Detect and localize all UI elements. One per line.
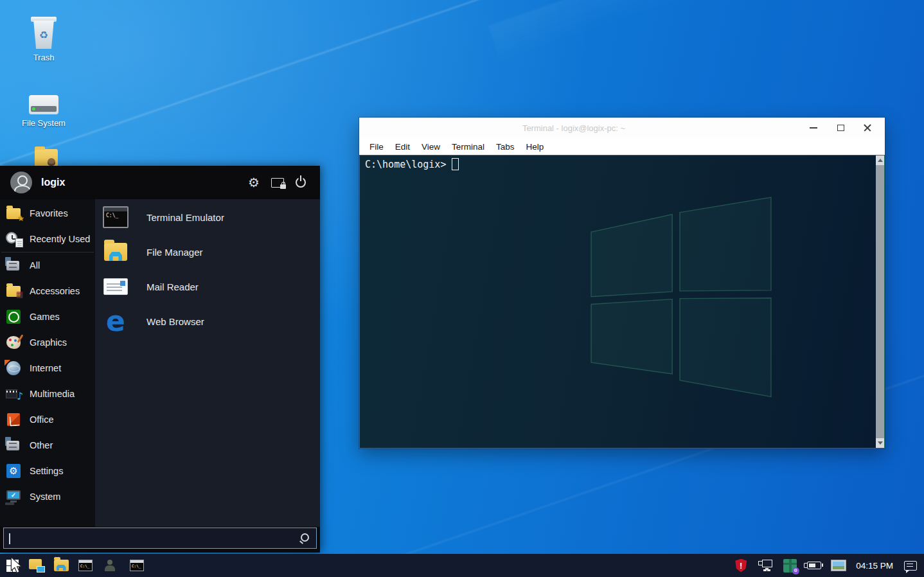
- power-manager-tray[interactable]: [804, 554, 824, 577]
- start-menu-header: logix ⚙: [0, 166, 320, 199]
- terminal-titlebar[interactable]: Terminal - logix@logix-pc: ~: [359, 118, 885, 138]
- wallpaper-icon: [831, 560, 846, 571]
- taskbar: ! ⚙ 04:15 PM: [0, 554, 924, 577]
- category-multimedia[interactable]: ♪ Multimedia: [0, 381, 95, 407]
- menu-item-file[interactable]: File: [364, 141, 389, 153]
- desktop-icon-label: File System: [17, 118, 71, 128]
- notifications-icon: [904, 561, 917, 571]
- files-icon: [29, 559, 44, 572]
- category-recently-used[interactable]: Recently Used: [0, 226, 95, 252]
- app-mail-reader[interactable]: Mail Reader: [95, 269, 320, 304]
- office-icon: [5, 411, 23, 428]
- network-icon: [758, 560, 772, 571]
- terminal-cursor: [452, 158, 459, 170]
- files-launcher[interactable]: [24, 554, 49, 577]
- terminal-window: Terminal - logix@logix-pc: ~ File Edit V…: [359, 118, 885, 448]
- lock-screen-icon[interactable]: [271, 178, 284, 188]
- home-folder-icon: [35, 149, 58, 167]
- category-office[interactable]: Office: [0, 407, 95, 432]
- recently-used-icon: [5, 231, 23, 247]
- accessories-icon: ▦: [5, 283, 23, 299]
- close-button[interactable]: [854, 118, 881, 138]
- user-icon: [103, 559, 116, 572]
- battery-icon: [807, 562, 821, 569]
- terminal-icon: [103, 204, 129, 230]
- category-other[interactable]: Other: [0, 432, 95, 458]
- category-list: ★ Favorites Recently Used All ▦ Accessor…: [0, 199, 95, 527]
- text-caret: [9, 533, 10, 544]
- category-all[interactable]: All: [0, 253, 95, 278]
- terminal-launcher[interactable]: [73, 554, 98, 577]
- software-updater-icon: ⚙: [783, 559, 797, 573]
- desktop: ♻ Trash File System Terminal - logix@log…: [0, 0, 924, 577]
- favorites-icon: ★: [5, 205, 23, 222]
- file-manager-icon: [103, 239, 129, 265]
- search-input[interactable]: [4, 528, 316, 548]
- graphics-icon: [5, 334, 23, 351]
- desktop-icon-file-system[interactable]: File System: [17, 89, 71, 128]
- settings-category-icon: ⚙: [5, 463, 23, 479]
- taskbar-clock[interactable]: 04:15 PM: [853, 561, 896, 571]
- terminal-content[interactable]: C:\home\logix>: [359, 155, 885, 448]
- terminal-prompt-line: C:\home\logix>: [365, 158, 459, 170]
- app-file-manager[interactable]: File Manager: [95, 235, 320, 269]
- windows-watermark: [586, 195, 776, 417]
- multimedia-icon: ♪: [5, 386, 23, 402]
- menu-item-help[interactable]: Help: [521, 141, 549, 153]
- terminal-icon: [130, 560, 144, 571]
- desktop-icon-home[interactable]: [19, 149, 73, 167]
- minimize-button[interactable]: [800, 118, 827, 138]
- file-manager-launcher[interactable]: [49, 554, 73, 577]
- start-menu: logix ⚙ ★ Favorites Recently Used: [0, 166, 320, 553]
- menu-item-tabs[interactable]: Tabs: [491, 141, 520, 153]
- category-accessories[interactable]: ▦ Accessories: [0, 278, 95, 304]
- category-system[interactable]: ✓ System: [0, 484, 95, 510]
- software-updater-tray[interactable]: ⚙: [780, 554, 799, 577]
- menu-item-edit[interactable]: Edit: [390, 141, 415, 153]
- system-icon: ✓: [5, 488, 23, 505]
- category-graphics[interactable]: Graphics: [0, 330, 95, 355]
- power-icon[interactable]: [296, 177, 306, 188]
- app-list: Terminal Emulator File Manager Mail Read…: [95, 199, 320, 527]
- search-row: [0, 527, 320, 553]
- games-icon: [5, 308, 23, 325]
- user-avatar[interactable]: [10, 172, 32, 193]
- app-web-browser[interactable]: e Web Browser: [95, 304, 320, 339]
- menu-item-view[interactable]: View: [416, 141, 445, 153]
- edge-browser-icon: e: [103, 308, 129, 334]
- maximize-button[interactable]: [827, 118, 854, 138]
- terminal-icon: [78, 560, 93, 571]
- notifications-tray[interactable]: [901, 554, 920, 577]
- mail-icon: [103, 274, 129, 299]
- category-favorites[interactable]: ★ Favorites: [0, 200, 95, 226]
- terminal-window-button[interactable]: [125, 554, 149, 577]
- username: logix: [41, 177, 248, 188]
- desktop-icon-trash[interactable]: ♻ Trash: [17, 17, 71, 62]
- all-icon: [5, 257, 23, 274]
- security-alert-tray[interactable]: !: [731, 554, 751, 577]
- scroll-up-button[interactable]: [876, 155, 884, 165]
- settings-icon[interactable]: ⚙: [248, 176, 260, 189]
- category-games[interactable]: Games: [0, 304, 95, 330]
- terminal-menubar: File Edit View Terminal Tabs Help: [359, 138, 885, 155]
- menu-item-terminal[interactable]: Terminal: [447, 141, 490, 153]
- folder-icon: [54, 560, 69, 571]
- mouse-cursor: [10, 556, 24, 574]
- category-settings[interactable]: ⚙ Settings: [0, 458, 95, 484]
- drive-icon: [29, 95, 58, 114]
- user-launcher[interactable]: [98, 554, 122, 577]
- wallpaper-streak: [488, 0, 924, 62]
- scroll-down-button[interactable]: [876, 438, 884, 448]
- window-title: Terminal - logix@logix-pc: ~: [359, 123, 788, 133]
- wallpaper-tray[interactable]: [829, 554, 848, 577]
- terminal-scrollbar[interactable]: [876, 155, 884, 448]
- trash-icon: ♻: [31, 17, 57, 49]
- network-tray[interactable]: [756, 554, 775, 577]
- terminal-prompt: C:\home\logix>: [365, 159, 446, 170]
- other-icon: [5, 437, 23, 454]
- app-terminal-emulator[interactable]: Terminal Emulator: [95, 200, 320, 235]
- desktop-icon-label: Trash: [17, 53, 71, 62]
- category-internet[interactable]: Internet: [0, 355, 95, 381]
- search-icon: [299, 533, 310, 544]
- window-controls: [800, 118, 881, 138]
